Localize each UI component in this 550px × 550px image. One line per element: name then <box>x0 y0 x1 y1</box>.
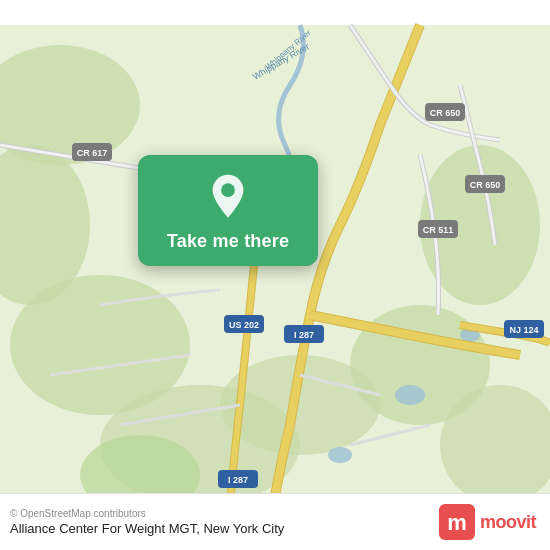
location-name: Alliance Center For Weight MGT, New York… <box>10 521 284 536</box>
svg-point-10 <box>395 385 425 405</box>
svg-text:CR 511: CR 511 <box>423 225 454 235</box>
copyright-text: © OpenStreetMap contributors <box>10 508 284 519</box>
moovit-brand-text: moovit <box>480 512 536 533</box>
bottom-bar: © OpenStreetMap contributors Alliance Ce… <box>0 493 550 550</box>
svg-text:I 287: I 287 <box>294 330 314 340</box>
take-me-there-card[interactable]: Take me there <box>138 155 318 266</box>
svg-point-11 <box>328 447 352 463</box>
map-background: Whippany River <box>0 0 550 550</box>
moovit-logo: m moovit <box>439 504 536 540</box>
location-pin-icon <box>204 173 252 221</box>
svg-text:CR 650: CR 650 <box>430 108 461 118</box>
svg-point-31 <box>221 183 235 197</box>
svg-text:NJ 124: NJ 124 <box>509 325 538 335</box>
bottom-info: © OpenStreetMap contributors Alliance Ce… <box>10 508 284 536</box>
svg-text:CR 650: CR 650 <box>470 180 501 190</box>
svg-text:m: m <box>447 510 467 535</box>
svg-text:US 202: US 202 <box>229 320 259 330</box>
take-me-there-button-label: Take me there <box>167 231 289 252</box>
map-container: Whippany River <box>0 0 550 550</box>
svg-text:CR 617: CR 617 <box>77 148 108 158</box>
svg-text:I 287: I 287 <box>228 475 248 485</box>
moovit-logo-icon: m <box>439 504 475 540</box>
